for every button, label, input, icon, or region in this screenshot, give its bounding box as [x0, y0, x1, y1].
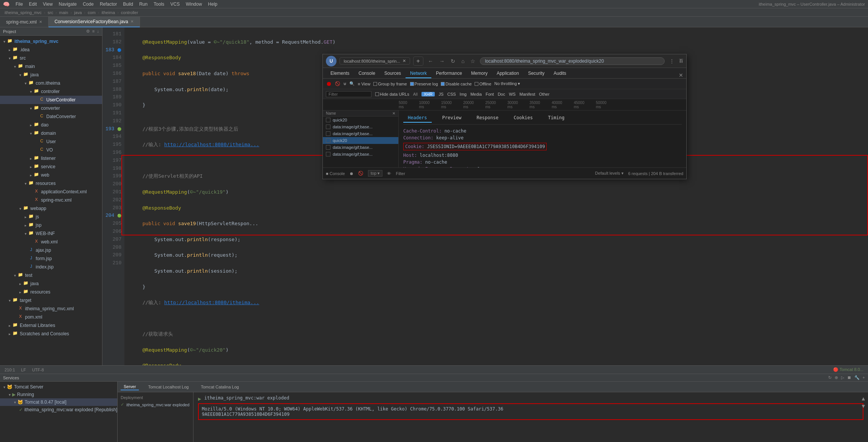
tree-item-usercontroller[interactable]: C UserController	[0, 96, 102, 104]
ws-filter[interactable]: WS	[509, 92, 516, 96]
col-close-icon[interactable]: ✕	[392, 111, 395, 115]
url-bar[interactable]: localhost:8080/itheima_spring_mvc_war_ex…	[480, 57, 665, 65]
breadcrumb-part-3[interactable]: java	[74, 10, 82, 15]
svc-toolbar-btn-3[interactable]: ▷	[841, 375, 844, 380]
dt-subtab-response[interactable]: Response	[472, 114, 503, 123]
svc-tree-tomcat-server[interactable]: ▾ 🐱 Tomcat Server	[0, 383, 117, 391]
tree-item-ajaxjsp[interactable]: J ajax.jsp	[0, 246, 102, 254]
browser-tab[interactable]: localhost:8080/itheima_sprin... ✕	[340, 57, 410, 65]
tree-item-converter[interactable]: ▾ 📁 converter	[0, 104, 102, 112]
svc-tab-localhost-log[interactable]: Tomcat Localhost Log	[145, 384, 192, 390]
svc-tree-running[interactable]: ▾ ▶ Running	[0, 391, 117, 398]
dt-subtab-headers[interactable]: Headers	[403, 114, 432, 123]
tree-item-idea[interactable]: ▸ 📁 .idea	[0, 46, 102, 54]
svc-tab-catalina-log[interactable]: Tomcat Catalina Log	[198, 384, 242, 390]
breadcrumb-part-2[interactable]: main	[59, 10, 68, 15]
extensions-button[interactable]: ⋮	[668, 57, 676, 65]
search-btn[interactable]: 🔍	[349, 81, 355, 86]
menu-window[interactable]: Window	[183, 1, 205, 8]
browser-tab-close[interactable]: ✕	[403, 58, 406, 63]
breadcrumb-part-0[interactable]: itheima_spring_mvc	[5, 10, 42, 15]
dt-tab-audits[interactable]: Audits	[549, 69, 571, 78]
svc-tree-war-exploded[interactable]: ✓ itheima_spring_mvc:war exploded [Repub…	[0, 406, 117, 414]
tree-item-java[interactable]: ▾ 📁 java	[0, 71, 102, 79]
preserve-log[interactable]: Preserve log	[410, 82, 438, 86]
tree-item-com[interactable]: ▾ 📁 com.itheima	[0, 79, 102, 87]
svc-tab-server[interactable]: Server	[121, 384, 139, 390]
css-filter[interactable]: CSS	[447, 92, 456, 96]
tree-item-formjsp[interactable]: J form.jsp	[0, 254, 102, 263]
tree-item-scratches[interactable]: ▸ 📁 Scratches and Consoles	[0, 330, 102, 338]
menu-navigate[interactable]: Navigate	[56, 1, 80, 8]
tree-item-domain[interactable]: ▾ 📁 domain	[0, 129, 102, 137]
home-button[interactable]: ⌂	[460, 57, 466, 65]
tree-item-resources[interactable]: ▾ 📁 resources	[0, 179, 102, 188]
tree-item-vo[interactable]: C VO	[0, 146, 102, 154]
tree-item-webapp[interactable]: ▾ 📁 webapp	[0, 204, 102, 213]
breadcrumb-part-1[interactable]: src	[48, 10, 53, 15]
dt-subtab-cookies[interactable]: Cookies	[509, 114, 538, 123]
group-by-frame[interactable]: Group by frame	[373, 82, 407, 86]
network-item-gif-4[interactable]: data:image/gif;base...	[323, 151, 398, 158]
svc-toolbar-btn-5[interactable]: 🔧	[854, 375, 860, 380]
other-filter[interactable]: Other	[539, 92, 550, 96]
tree-item-indexjsp[interactable]: J index.jsp	[0, 263, 102, 271]
filter-input[interactable]	[326, 91, 371, 97]
dt-tab-network[interactable]: Network	[406, 69, 431, 78]
tree-item-user[interactable]: C User	[0, 137, 102, 146]
tree-item-main[interactable]: ▾ 📁 main	[0, 62, 102, 71]
tree-item-ext-libs[interactable]: ▸ 📁 External Libraries	[0, 321, 102, 330]
reload-button[interactable]: ↻	[449, 57, 457, 65]
breadcrumb-part-4[interactable]: com	[88, 10, 96, 15]
network-item-gif-1[interactable]: data:image/gif;base...	[323, 123, 398, 130]
tree-item-dao[interactable]: ▸ 📁 dao	[0, 121, 102, 129]
tree-item-service[interactable]: ▸ 📁 service	[0, 163, 102, 171]
tree-item-springmvc[interactable]: X spring-mvc.xml	[0, 196, 102, 204]
menu-vcs[interactable]: VCS	[167, 1, 183, 8]
default-levels[interactable]: Default levels ▾	[595, 171, 624, 176]
tree-item-src[interactable]: ▾ 📁 src	[0, 54, 102, 62]
offline-checkbox[interactable]: Offline	[475, 82, 491, 86]
tree-item-webxml[interactable]: X web.xml	[0, 238, 102, 246]
scroll-down-btn[interactable]: ▼	[862, 403, 865, 409]
tree-item-target-xml[interactable]: X itheima_spring_mvc.xml	[0, 305, 102, 313]
js-filter[interactable]: JS	[439, 92, 443, 96]
project-toolbar-btn-3[interactable]: ↓	[97, 29, 99, 34]
star-button[interactable]: ☆	[469, 57, 477, 65]
console-record-btn[interactable]: ⏺	[349, 171, 354, 176]
breadcrumb-part-6[interactable]: controller	[121, 10, 138, 15]
manifest-filter[interactable]: Manifest	[519, 92, 535, 96]
project-toolbar-btn-2[interactable]: ≡	[92, 29, 94, 34]
xhr-filter[interactable]: XHR	[421, 92, 435, 96]
tree-item-testres[interactable]: ▸ 📁 resources	[0, 288, 102, 296]
clear-button[interactable]: 🚫	[335, 81, 340, 86]
menu-view[interactable]: View	[40, 1, 56, 8]
tab-close-0[interactable]: ✕	[39, 20, 42, 24]
menu-file[interactable]: File	[13, 1, 26, 8]
console-clear-btn[interactable]: 🚫	[358, 171, 363, 176]
dt-tab-memory[interactable]: Memory	[467, 69, 492, 78]
console-tab-btn[interactable]: ■ Console	[326, 171, 345, 176]
tab-conversion-service[interactable]: ConversionServiceFactoryBean.java ✕	[49, 17, 140, 27]
console-top-selector[interactable]: top ▾	[368, 170, 382, 177]
img-filter[interactable]: Img	[460, 92, 467, 96]
tree-item-web[interactable]: ▸ 📁 web	[0, 171, 102, 179]
menu-code[interactable]: Code	[80, 1, 97, 8]
tree-item-pom[interactable]: X pom.xml	[0, 313, 102, 321]
network-item-quick20-1[interactable]: quick20	[323, 117, 398, 123]
menu-build[interactable]: Build	[120, 1, 136, 8]
tree-item-listener[interactable]: ▸ 📁 listener	[0, 154, 102, 163]
tree-item-test[interactable]: ▾ 📁 test	[0, 271, 102, 279]
network-item-gif-2[interactable]: data:image/gif;base...	[323, 130, 398, 137]
svc-toolbar-btn-6[interactable]: +	[863, 375, 865, 380]
dt-tab-sources[interactable]: Sources	[380, 69, 406, 78]
scroll-up-btn[interactable]: ▲	[862, 395, 865, 401]
menu-edit[interactable]: Edit	[26, 1, 40, 8]
tab-close-1[interactable]: ✕	[131, 19, 134, 24]
svc-tree-tomcat-local[interactable]: ▾ 🐱 Tomcat 8.0.47 [local]	[0, 398, 117, 406]
dt-tab-performance[interactable]: Performance	[431, 69, 467, 78]
dt-tab-application[interactable]: Application	[492, 69, 524, 78]
dt-tab-console[interactable]: Console	[354, 69, 380, 78]
new-tab-button[interactable]: +	[413, 57, 423, 66]
project-toolbar-btn-1[interactable]: ⚙	[86, 29, 90, 34]
